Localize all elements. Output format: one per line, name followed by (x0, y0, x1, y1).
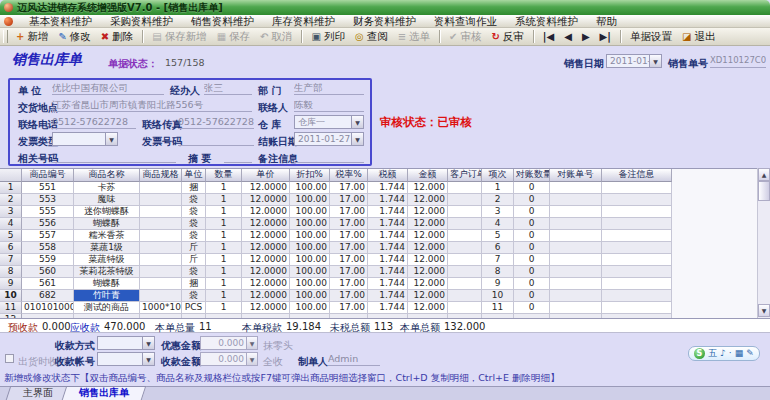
toolbar-button[interactable]: ▣列印 (306, 28, 349, 46)
toolbar-button[interactable]: +新增 (11, 28, 53, 46)
sale-no-field[interactable]: XD110127C01 (710, 55, 766, 68)
chevron-down-icon[interactable]: ▼ (246, 353, 257, 365)
table-cell: 1.744 (368, 194, 408, 206)
table-cell: 12.0000 (242, 218, 290, 230)
table-row[interactable]: 10682竹叶青袋112.0000100.0017.001.74412.0001… (0, 290, 672, 302)
toolbar-button[interactable]: ≡选单 (393, 28, 435, 46)
chevron-down-icon[interactable]: ▼ (105, 133, 117, 145)
menu-item[interactable]: 帮助 (587, 15, 626, 27)
table-header-cell[interactable]: 数量 (206, 169, 242, 182)
table-row[interactable]: 1551卡苏捆112.0000100.0017.001.74412.00010 (0, 182, 672, 194)
table-header-cell[interactable]: 折扣% (290, 169, 330, 182)
chevron-down-icon[interactable]: ▼ (649, 55, 661, 67)
toolbar-button[interactable]: ✎修改 (53, 28, 95, 46)
chevron-down-icon[interactable]: ▼ (142, 353, 154, 365)
warehouse-combobox[interactable]: 仓库一 ▼ (294, 115, 364, 129)
menu-item[interactable]: 采购资料维护 (101, 15, 182, 27)
fax-field[interactable]: 0512-57622728 (178, 116, 254, 129)
table-row[interactable]: 9561蝴蝶酥捆112.0000100.0017.001.74412.00090 (0, 278, 672, 290)
table-header-cell[interactable]: 对账单号 (550, 169, 602, 182)
table-row[interactable]: 4556蝴蝶酥袋112.0000100.0017.001.74412.00040 (0, 218, 672, 230)
chevron-down-icon[interactable]: ▼ (351, 116, 363, 128)
toolbar-button[interactable]: ✖删除 (96, 28, 138, 46)
tab-active[interactable]: 销售出库单 (62, 386, 147, 400)
chevron-down-icon[interactable]: ▼ (351, 133, 363, 145)
table-header-cell[interactable]: 商品名称 (74, 169, 140, 182)
table-row[interactable]: 3555迷你蝴蝶酥袋112.0000100.0017.001.74412.000… (0, 206, 672, 218)
ime-item-icon[interactable]: 五 (708, 348, 717, 359)
ime-logo-icon[interactable]: S (694, 348, 705, 359)
menu-item[interactable]: 资料查询作业 (425, 15, 506, 27)
table-header-cell[interactable]: 商品编号 (22, 169, 74, 182)
toolbar-button[interactable]: ◀ (559, 30, 577, 44)
table-header-cell[interactable]: 税率% (330, 169, 368, 182)
invoice-type-combobox[interactable]: ▼ (52, 132, 118, 146)
toolbar-button[interactable]: |◀ (538, 30, 559, 44)
table-header-cell[interactable]: 单价 (242, 169, 290, 182)
table-row[interactable]: 5557糯米香茶袋112.0000100.0017.001.74412.0005… (0, 230, 672, 242)
pay-method-combobox[interactable]: ▼ (97, 336, 155, 350)
toolbar-button[interactable]: ▶ (577, 30, 595, 44)
contact-field[interactable]: 陈毅 (294, 99, 364, 112)
menu-item[interactable]: 系统资料维护 (506, 15, 587, 27)
scroll-up-icon[interactable]: ▲ (758, 168, 770, 181)
summary-field[interactable] (224, 150, 252, 163)
memo-field[interactable] (294, 150, 364, 163)
table-row[interactable]: 8560茉莉花茶特级袋112.0000100.0017.001.74412.00… (0, 266, 672, 278)
table-row[interactable]: 6558菜蔬1级斤112.0000100.0017.001.74412.0006… (0, 242, 672, 254)
pay-amount-field[interactable]: 0.000 ▼ (200, 352, 258, 366)
table-header-cell[interactable]: 金额 (408, 169, 448, 182)
sale-date-combobox[interactable]: 2011-01-27 ▼ (606, 54, 662, 68)
related-no-field[interactable] (52, 150, 176, 163)
toolbar-button[interactable]: ↶取消 (255, 28, 297, 46)
toolbar-button[interactable]: ↻反审 (486, 28, 528, 46)
toolbar-button[interactable]: ▦保存 (212, 28, 255, 46)
full-collect-link[interactable]: 全收 (263, 355, 283, 369)
ime-item-icon[interactable]: ♪ (720, 348, 726, 359)
exit-icon: ◪ (682, 32, 691, 42)
toolbar-button[interactable]: 单据设置 (625, 28, 677, 46)
menu-item[interactable]: 财务资料维护 (344, 15, 425, 27)
pay-account-combobox[interactable]: ▼ (97, 352, 155, 366)
table-header-cell[interactable]: 项次 (482, 169, 514, 182)
table-header-cell[interactable]: 备注信息 (602, 169, 672, 182)
ime-item-icon[interactable]: ✎ (746, 348, 754, 359)
toolbar-button[interactable]: ▶| (595, 30, 616, 44)
menu-item[interactable]: 销售资料维护 (182, 15, 263, 27)
ime-item-icon[interactable]: · (729, 348, 732, 359)
table-row[interactable]: 2553魔味袋112.0000100.0017.001.74412.00020 (0, 194, 672, 206)
table-header-cell[interactable]: 客户订单 (448, 169, 482, 182)
settle-date-combobox[interactable]: 2011-01-27 ▼ (294, 132, 364, 146)
round-off-link[interactable]: 抹零头 (263, 339, 293, 353)
table-row[interactable]: 110101010001测试的商品1000*1000*40PCS112.0000… (0, 302, 672, 314)
agent-field[interactable]: 张三 (204, 82, 252, 95)
table-header-cell[interactable]: 商品规格 (140, 169, 182, 182)
table-cell (602, 206, 672, 218)
tab-inactive[interactable]: 主界面 (6, 386, 71, 400)
vertical-scrollbar[interactable]: ▲ ▼ (757, 168, 770, 318)
chevron-down-icon[interactable]: ▼ (246, 337, 257, 349)
scrollbar-thumb[interactable] (758, 181, 770, 201)
table-header-row: 商品编号商品名称商品规格单位数量单价折扣%税率%税额金额客户订单项次对账数量对账… (0, 169, 672, 182)
ime-item-icon[interactable]: ▦ (735, 348, 744, 359)
toolbar-button[interactable]: ✔审核 (444, 28, 486, 46)
table-header-cell[interactable]: 单位 (182, 169, 206, 182)
toolbar-button[interactable]: ▤保存新增 (147, 28, 211, 46)
menu-item[interactable]: 库存资料维护 (263, 15, 344, 27)
collect-on-delivery-checkbox[interactable] (5, 354, 14, 363)
toolbar-button[interactable]: ◪退出 (677, 28, 720, 46)
scroll-down-icon[interactable]: ▼ (758, 304, 770, 317)
input-method-bar[interactable]: S 五♪·▦✎ (688, 346, 760, 361)
table-row[interactable]: 7559菜蔬特级斤112.0000100.0017.001.74412.0007… (0, 254, 672, 266)
toolbar-button[interactable]: ◎查阅 (350, 28, 393, 46)
address-field[interactable]: 江苏省昆山市周市镇青阳北路556号 (52, 99, 252, 112)
invoice-no-field[interactable] (178, 133, 254, 146)
menu-item[interactable]: 基本资料维护 (20, 15, 101, 27)
discount-amount-field[interactable]: 0.000 ▼ (200, 336, 258, 350)
chevron-down-icon[interactable]: ▼ (142, 337, 154, 349)
phone-field[interactable]: 0512-57622728 (52, 116, 136, 129)
unit-field[interactable]: 优比中国有限公司 (52, 82, 164, 95)
dept-field[interactable]: 生产部 (294, 82, 364, 95)
table-header-cell[interactable]: 税额 (368, 169, 408, 182)
table-header-cell[interactable]: 对账数量 (514, 169, 550, 182)
